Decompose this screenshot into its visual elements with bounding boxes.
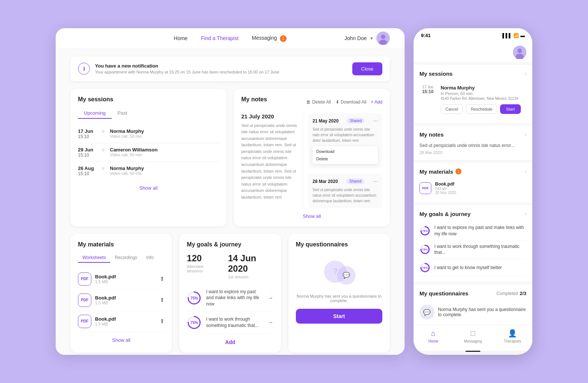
top-grid: My sessions Upcoming Past 17 Jun 15:10 N…	[71, 89, 390, 226]
note-main-text: Sed ut perspiciatis unde omnis iste natu…	[241, 122, 297, 201]
questionnaire-start-button[interactable]: Start	[296, 309, 382, 324]
svg-point-1	[381, 35, 385, 39]
desktop-nav: Home Find a Therapist Messaging 1 John D…	[56, 28, 405, 49]
pdf-icon: PDF	[78, 294, 91, 307]
battery-icon: ▬	[520, 33, 525, 38]
user-name: John Doe	[344, 35, 367, 41]
session-date: 26 Aug 15:10	[78, 166, 97, 176]
mobile-session-date: 17 Jun 15:10	[419, 85, 436, 94]
mobile-q-avatar: 💬	[419, 305, 434, 320]
status-icons: ▌▌▌ 📶 ▬	[502, 33, 525, 38]
chevron-down-icon: ▾	[370, 36, 373, 41]
session-item: 26 Aug 15:10 Norma Murphy Video call, 50…	[78, 162, 219, 180]
session-details: Norma Murphy Video call, 50 min	[110, 128, 144, 138]
notes-actions: 🗑 Delete All ⬇ Download All + Add	[306, 99, 382, 105]
mobile-body[interactable]: My sessions › 17 Jun 15:10 Norma Murphy …	[414, 41, 532, 325]
goals-chevron-right[interactable]: ›	[525, 210, 526, 217]
notif-left: ℹ You have a new notification Your appoi…	[78, 63, 280, 75]
note-more-icon-2[interactable]: ···	[373, 178, 378, 185]
therapists-icon: 👤	[508, 329, 517, 338]
wifi-icon: 📶	[513, 33, 519, 38]
nav-find-therapist[interactable]: Find a Therapist	[201, 35, 238, 41]
mobile-reschedule-button[interactable]: Reschedule	[466, 104, 497, 114]
tab-recordings[interactable]: Recordings	[110, 253, 142, 263]
mobile-notes-header: My notes ›	[419, 131, 526, 138]
notif-subtitle: Your appointment with Norma Murphy at 15…	[95, 70, 280, 74]
goal-arrow-icon[interactable]: →	[268, 295, 274, 301]
mobile-tab-bar: ⌂ Home □ Messaging 👤 Therapists	[414, 325, 532, 351]
session-item: 17 Jun 15:10 Norma Murphy Video call, 50…	[78, 125, 219, 143]
mobile-start-session-button[interactable]: Start	[500, 104, 520, 114]
mobile-tab-home[interactable]: ⌂ Home	[414, 329, 453, 343]
questionnaires-title: My questionnaires	[296, 241, 382, 248]
material-download-icon[interactable]: ⬆	[160, 275, 164, 282]
sessions-show-all[interactable]: Show all	[78, 185, 219, 191]
tab-upcoming[interactable]: Upcoming	[78, 108, 112, 119]
session-details: Norma Murphy Video call, 50 min	[110, 166, 144, 176]
mobile-avatar[interactable]	[513, 46, 526, 59]
nav-links: Home Find a Therapist Messaging 1	[174, 35, 287, 42]
close-notification-button[interactable]: Close	[352, 62, 382, 75]
mobile-material-item: PDF Book.pdf 343 kb 20 Nov 2020	[419, 179, 526, 197]
home-icon: ⌂	[431, 329, 435, 338]
note-delete-action[interactable]: Delete	[313, 155, 378, 163]
session-list: 17 Jun 15:10 Norma Murphy Video call, 50…	[78, 125, 219, 180]
goal-arrow-icon[interactable]: →	[268, 319, 274, 326]
tab-worksheets[interactable]: Worksheets	[78, 253, 110, 263]
note-side-1: 21 May 2020 Shared ··· Sed ut perspiciat…	[308, 113, 382, 168]
material-download-icon[interactable]: ⬆	[160, 297, 164, 304]
mobile-tab-therapists-label: Therapists	[504, 339, 521, 343]
material-item: PDF Book.pdf 1.5 MB ⬆	[78, 311, 164, 332]
materials-show-all[interactable]: Show all	[78, 337, 164, 343]
nav-home[interactable]: Home	[174, 35, 187, 41]
tab-past[interactable]: Past	[112, 108, 133, 119]
sessions-tabs: Upcoming Past	[78, 108, 219, 119]
session-date: 17 Jun 15:10	[78, 128, 97, 139]
mobile-tab-therapists[interactable]: 👤 Therapists	[493, 329, 532, 343]
sessions-card: My sessions Upcoming Past 17 Jun 15:10 N…	[71, 89, 226, 226]
mobile-goal-item-1: 75% I want to explore my past and make l…	[419, 222, 526, 240]
material-list: PDF Book.pdf 1.5 MB ⬆ PDF Book.pd	[78, 269, 164, 332]
goals-title: My goals & journey	[187, 241, 273, 248]
mobile-goal-progress-1: 75%	[419, 225, 431, 236]
add-goal-button[interactable]: Add	[187, 339, 273, 345]
notes-header: My notes 🗑 Delete All ⬇ Download All + A…	[241, 96, 382, 108]
mobile-cancel-button[interactable]: Cancel	[441, 104, 463, 114]
delete-all-button[interactable]: 🗑 Delete All	[306, 99, 331, 105]
mobile-tab-messaging[interactable]: □ Messaging	[453, 329, 493, 343]
mobile-pdf-icon: PDF	[419, 182, 431, 194]
questionnaires-card: My questionnaires ? 💬 Norma Murphy has s…	[288, 234, 390, 353]
note-main-date: 21 July 2020	[241, 113, 297, 120]
note-main: 21 July 2020 Sed ut perspiciatis unde om…	[241, 113, 303, 208]
note-side-2-header: 28 Mar 2020 Shared ···	[313, 178, 378, 185]
user-avatar[interactable]	[376, 32, 390, 45]
mobile-materials-header: My materials 1 ›	[419, 168, 526, 175]
notification-bar: ℹ You have a new notification Your appoi…	[71, 56, 390, 81]
q-bubble-2: 💬	[337, 266, 356, 285]
mobile-sessions-section: My sessions › 17 Jun 15:10 Norma Murphy …	[414, 65, 532, 123]
mobile-materials-section: My materials 1 › PDF Book.pdf 343 kb 20 …	[414, 163, 532, 202]
nav-messaging[interactable]: Messaging 1	[252, 35, 287, 42]
mobile-note-text: Sed ut perspiciatis unde omnis iste natu…	[419, 142, 526, 149]
material-item: PDF Book.pdf 1.5 MB ⬆	[78, 269, 164, 290]
messaging-icon: □	[471, 329, 475, 338]
notes-chevron-right[interactable]: ›	[525, 131, 526, 138]
mobile-goals-section: My goals & journey › 75% I want to explo…	[414, 205, 532, 282]
desktop-panel: Home Find a Therapist Messaging 1 John D…	[56, 28, 405, 355]
sessions-chevron-right[interactable]: ›	[525, 70, 526, 77]
tab-info[interactable]: Info	[142, 253, 158, 263]
note-download-action[interactable]: Download	[313, 148, 378, 155]
notes-show-all[interactable]: Show all	[241, 213, 382, 219]
mobile-questionnaire-item: 💬 Norma Murphy has sent you a questionna…	[419, 301, 526, 323]
questionnaire-visual: ? 💬	[296, 253, 382, 290]
questionnaire-text: Norma Murphy has sent you a questionnair…	[296, 294, 382, 303]
notif-title: You have a new notification	[95, 63, 280, 69]
goal-progress-2: 75%	[187, 315, 202, 330]
download-all-button[interactable]: ⬇ Download All	[336, 99, 366, 105]
add-note-button[interactable]: + Add	[371, 99, 382, 105]
session-dot	[102, 148, 105, 151]
mobile-header	[414, 41, 532, 62]
note-more-icon[interactable]: ···	[373, 118, 378, 124]
material-download-icon[interactable]: ⬆	[160, 318, 164, 325]
materials-chevron-right[interactable]: ›	[525, 168, 526, 175]
